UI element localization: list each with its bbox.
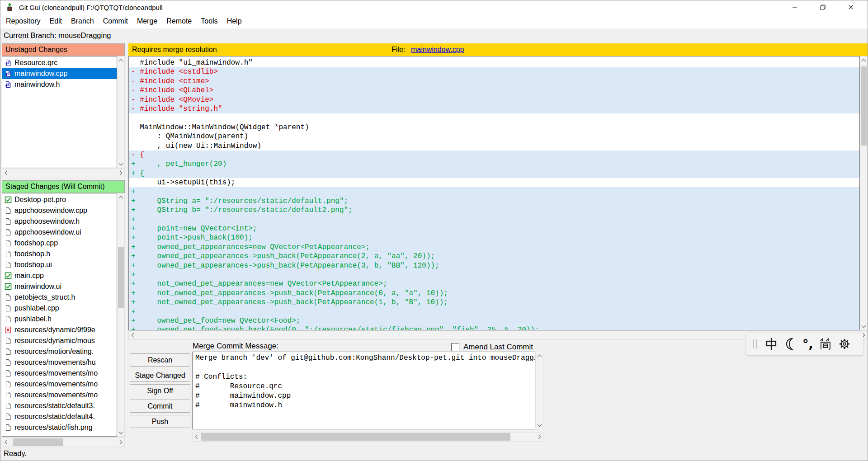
staged-file-row[interactable]: resources/movements/hu: [2, 357, 117, 368]
menu-branch[interactable]: Branch: [66, 14, 99, 28]
document-icon[interactable]: [5, 294, 12, 301]
scroll-left-icon[interactable]: [2, 438, 10, 447]
ime-punctuation-icon[interactable]: °,: [802, 337, 813, 351]
menu-commit[interactable]: Commit: [99, 14, 132, 28]
staged-file-row[interactable]: foodshop.h: [2, 249, 117, 259]
ime-fullwidth-moon-icon[interactable]: [783, 337, 797, 351]
document-icon[interactable]: [5, 240, 12, 247]
unstaged-vertical-scrollbar[interactable]: [117, 56, 125, 168]
scroll-left-icon[interactable]: [129, 331, 137, 339]
document-icon[interactable]: [5, 391, 12, 399]
check-icon[interactable]: [5, 272, 12, 279]
staged-file-row[interactable]: resources/dynamic/9f99e: [2, 325, 117, 335]
ime-drag-handle[interactable]: [753, 339, 759, 348]
scrollbar-thumb[interactable]: [201, 433, 510, 441]
staged-horizontal-scrollbar[interactable]: [2, 437, 125, 447]
diff-view[interactable]: #include "ui_mainwindow.h"- #include <cs…: [128, 56, 860, 330]
staged-file-list[interactable]: Desktop-pet.proappchoosewindow.cppappcho…: [2, 193, 117, 437]
unstaged-file-row[interactable]: mainwindow.cpp: [2, 68, 117, 79]
rescan-button[interactable]: Rescan: [130, 353, 190, 367]
scroll-down-icon[interactable]: [118, 160, 124, 168]
ime-settings-icon[interactable]: [838, 337, 851, 351]
staged-file-row[interactable]: resources/movements/mo: [2, 379, 117, 390]
document-icon[interactable]: [5, 348, 12, 355]
check-icon[interactable]: [5, 283, 12, 290]
amend-checkbox[interactable]: [451, 343, 459, 351]
unstaged-file-row[interactable]: mainwindow.h: [2, 79, 117, 90]
scroll-up-icon[interactable]: [118, 193, 124, 201]
document-icon[interactable]: [5, 229, 12, 236]
ime-simplified-icon[interactable]: [819, 337, 832, 351]
unstaged-file-list[interactable]: Resource.qrcmainwindow.cppmainwindow.h: [2, 56, 117, 168]
commit-message-vertical-scrollbar[interactable]: [535, 352, 543, 429]
menu-help[interactable]: Help: [222, 14, 246, 28]
staged-vertical-scrollbar[interactable]: [117, 193, 125, 437]
scroll-right-icon[interactable]: [117, 438, 124, 447]
staged-file-row[interactable]: appchoosewindow.ui: [2, 227, 117, 238]
commit-message-input[interactable]: Merge branch 'dev' of git@github.com:Kon…: [192, 352, 535, 429]
unstaged-horizontal-scrollbar[interactable]: [2, 168, 125, 177]
document-icon[interactable]: [5, 381, 12, 388]
scrollbar-thumb[interactable]: [861, 66, 867, 146]
scroll-right-icon[interactable]: [535, 433, 543, 441]
document-icon[interactable]: [5, 359, 12, 366]
staged-file-row[interactable]: resources/static/fish.png: [2, 422, 117, 433]
staged-file-row[interactable]: resources/motion/eating.: [2, 346, 117, 357]
menu-remote[interactable]: Remote: [162, 14, 196, 28]
unstaged-file-row[interactable]: Resource.qrc: [2, 57, 117, 68]
merge-conflict-icon[interactable]: [5, 59, 12, 66]
scroll-down-icon[interactable]: [860, 322, 867, 330]
staged-file-row[interactable]: resources/movements/mo: [2, 390, 117, 400]
removed-icon[interactable]: [5, 326, 12, 334]
check-icon[interactable]: [5, 196, 12, 203]
diff-vertical-scrollbar[interactable]: [860, 56, 868, 330]
menu-edit[interactable]: Edit: [45, 14, 66, 28]
document-icon[interactable]: [5, 370, 12, 377]
stage-changed-button[interactable]: Stage Changed: [130, 369, 190, 382]
staged-file-row[interactable]: appchoosewindow.h: [2, 216, 117, 227]
staged-file-row[interactable]: resources/dynamic/mous: [2, 335, 117, 346]
staged-file-row[interactable]: foodshop.cpp: [2, 238, 117, 249]
document-icon[interactable]: [5, 413, 12, 420]
document-icon[interactable]: [5, 337, 12, 344]
commit-message-horizontal-scrollbar[interactable]: [192, 432, 543, 442]
staged-file-row[interactable]: pushlabel.cpp: [2, 303, 117, 314]
document-icon[interactable]: [5, 424, 12, 431]
staged-file-row[interactable]: foodshop.ui: [2, 259, 117, 270]
staged-file-row[interactable]: resources/static/default4.: [2, 411, 117, 422]
scroll-up-icon[interactable]: [536, 352, 543, 360]
scroll-right-icon[interactable]: [117, 169, 124, 177]
scrollbar-thumb[interactable]: [13, 438, 63, 446]
minimize-button[interactable]: [781, 0, 809, 14]
scroll-down-icon[interactable]: [536, 421, 543, 429]
document-icon[interactable]: [5, 218, 12, 225]
scroll-left-icon[interactable]: [2, 169, 10, 177]
document-icon[interactable]: [5, 315, 12, 323]
staged-file-row[interactable]: appchoosewindow.cpp: [2, 205, 117, 216]
close-button[interactable]: [837, 0, 865, 14]
merge-conflict-icon[interactable]: [5, 70, 12, 77]
maximize-restore-button[interactable]: [809, 0, 837, 14]
menu-repository[interactable]: Repository: [1, 14, 45, 28]
push-button[interactable]: Push: [130, 415, 190, 428]
document-icon[interactable]: [5, 402, 12, 409]
commit-button[interactable]: Commit: [130, 400, 190, 413]
ime-chinese-mode-icon[interactable]: [764, 337, 778, 351]
sign-off-button[interactable]: Sign Off: [130, 384, 190, 397]
merge-conflict-icon[interactable]: [5, 81, 12, 88]
staged-file-row[interactable]: petobjects_struct.h: [2, 292, 117, 303]
scroll-left-icon[interactable]: [193, 433, 200, 441]
menu-merge[interactable]: Merge: [132, 14, 162, 28]
document-icon[interactable]: [5, 305, 12, 312]
scrollbar-thumb[interactable]: [118, 247, 124, 308]
menu-tools[interactable]: Tools: [196, 14, 222, 28]
scroll-down-icon[interactable]: [118, 428, 124, 436]
document-icon[interactable]: [5, 250, 12, 258]
staged-file-row[interactable]: Desktop-pet.pro: [2, 194, 117, 205]
staged-file-row[interactable]: mainwindow.ui: [2, 281, 117, 292]
staged-file-row[interactable]: pushlabel.h: [2, 314, 117, 325]
staged-file-row[interactable]: resources/static/default3.: [2, 400, 117, 411]
amend-last-commit-option[interactable]: Amend Last Commit: [451, 343, 533, 352]
staged-file-row[interactable]: resources/movements/mo: [2, 368, 117, 379]
document-icon[interactable]: [5, 207, 12, 214]
